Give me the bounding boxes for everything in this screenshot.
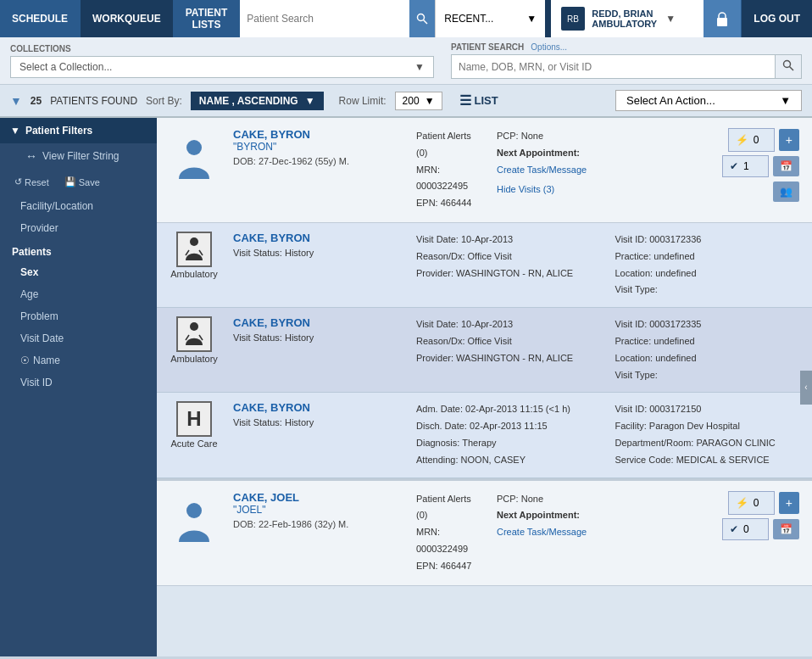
patient-search-button[interactable] xyxy=(409,0,435,37)
patient-mrn-cake-joel: MRN: 0000322499 xyxy=(416,524,483,558)
visit-facility: Facility: Paragon Dev Hospital xyxy=(615,418,801,435)
list-view-toggle[interactable]: ☰ LIST xyxy=(459,92,498,109)
patient-filters-header[interactable]: ▼ Patient Filters xyxy=(0,118,157,143)
reset-button[interactable]: ↺ Reset xyxy=(10,174,53,190)
name-expand-icon: ☉ xyxy=(20,355,30,366)
view-filter-string[interactable]: ↔ View Filter String xyxy=(0,143,157,169)
patient-search-box xyxy=(240,0,409,37)
save-button[interactable]: 💾 Save xyxy=(60,174,104,190)
check-counter-cake-byron: ✔ 1 xyxy=(722,155,769,177)
patient-avatar-cake-joel xyxy=(169,491,220,555)
patient-name-cake-joel[interactable]: CAKE, JOEL xyxy=(233,491,299,504)
patient-nick-cake-joel: "JOEL" xyxy=(233,504,266,516)
workqueue-nav-btn[interactable]: WORKQUEUE xyxy=(81,0,174,37)
sidebar-item-problem[interactable]: Problem xyxy=(0,305,157,327)
patient-alerts-cake-joel: Patient Alerts (0) xyxy=(416,491,483,525)
visit-reason-2: Reason/Dx: Office Visit xyxy=(416,333,602,350)
row-limit-dropdown[interactable]: 200 ▼ xyxy=(395,92,442,110)
sidebar-collapse-handle[interactable]: ‹ xyxy=(800,371,812,405)
svg-point-5 xyxy=(784,61,791,68)
visit-date-1: Visit Date: 10-Apr-2013 xyxy=(416,232,602,249)
name-dob-mrn-input[interactable] xyxy=(452,57,775,77)
user-name: REDD, BRIAN xyxy=(592,8,657,19)
calendar-button-cake-joel[interactable]: 📅 xyxy=(773,519,799,539)
patient-name-cake-byron[interactable]: CAKE, BYRON xyxy=(233,128,310,141)
visit-dept: Department/Room: PARAGON CLINIC xyxy=(615,435,801,452)
schedule-nav-btn[interactable]: SCHEDULE xyxy=(0,0,81,37)
visit-name-cake-byron-2[interactable]: CAKE, BYRON xyxy=(233,316,310,329)
visit-service: Service Code: MEDICAL & SERVICE xyxy=(615,452,801,469)
visit-status-2: Visit Status: History xyxy=(233,332,403,343)
recent-dropdown[interactable]: RECENT... ▼ xyxy=(435,0,545,37)
visit-avatar-ambulatory-2: Ambulatory xyxy=(169,316,220,364)
lock-button[interactable] xyxy=(704,0,741,37)
patient-search-field xyxy=(451,54,802,79)
sidebar-item-visit-date[interactable]: Visit Date xyxy=(0,327,157,349)
add-button-cake-joel[interactable]: + xyxy=(779,492,799,514)
sidebar-item-provider[interactable]: Provider xyxy=(0,217,157,239)
content-area: ‹ CAKE, BYRON "BYRON" DOB: 27-Dec-1962 (… xyxy=(157,118,812,656)
sort-dropdown[interactable]: NAME , ASCENDING ▼ xyxy=(191,92,324,110)
create-task-link-cake-byron[interactable]: Create Task/Message xyxy=(497,165,587,175)
svg-line-12 xyxy=(186,335,189,340)
visit-adm-date: Adm. Date: 02-Apr-2013 11:15 (<1 h) xyxy=(416,401,602,418)
sidebar-item-sex[interactable]: Sex xyxy=(0,261,157,283)
visit-date-2: Visit Date: 10-Apr-2013 xyxy=(416,316,602,333)
visit-status-1: Visit Status: History xyxy=(233,248,403,258)
visit-name-cake-byron-1[interactable]: CAKE, BYRON xyxy=(233,232,310,244)
logout-button[interactable]: LOG OUT xyxy=(741,0,812,37)
visit-row-cake-byron-1: Ambulatory CAKE, BYRON Visit Status: His… xyxy=(157,223,812,308)
sidebar-item-age[interactable]: Age xyxy=(0,283,157,305)
svg-line-6 xyxy=(790,67,794,71)
sidebar-item-facility[interactable]: Facility/Location xyxy=(0,195,157,217)
create-task-link-cake-joel[interactable]: Create Task/Message xyxy=(497,527,587,537)
hide-visits-link-cake-byron[interactable]: Hide Visits (3) xyxy=(497,184,554,194)
visit-name-cake-byron-3[interactable]: CAKE, BYRON xyxy=(233,401,310,414)
options-link[interactable]: Options... xyxy=(531,42,567,52)
patient-count: 25 xyxy=(31,95,42,107)
svg-rect-4 xyxy=(717,18,727,26)
check-icon: ✔ xyxy=(730,160,738,172)
visit-id-2: Visit ID: 0003172335 xyxy=(615,316,801,333)
visit-attending: Attending: NOON, CASEY xyxy=(416,452,602,469)
user-area: RB REDD, BRIAN AMBULATORY ▼ LOG OUT xyxy=(551,0,812,37)
patient-search-input[interactable] xyxy=(247,13,403,25)
user-dept: AMBULATORY xyxy=(592,19,657,29)
patient-avatar-cake-byron xyxy=(169,128,220,192)
filter-expand-icon: ▼ xyxy=(10,125,20,137)
visit-status-3: Visit Status: History xyxy=(233,417,403,427)
patient-dob-cake-joel: DOB: 22-Feb-1986 (32y) M. xyxy=(233,519,403,529)
patient-lists-nav-btn[interactable]: PATIENTLISTS xyxy=(174,0,241,37)
sidebar-item-visit-id[interactable]: Visit ID xyxy=(0,371,157,394)
patient-mrn-cake-byron: MRN: 0000322495 xyxy=(416,162,483,196)
visit-row-cake-byron-2: Ambulatory CAKE, BYRON Visit Status: His… xyxy=(157,308,812,393)
save-icon: 💾 xyxy=(64,176,76,187)
filter-icon: ▼ xyxy=(10,94,22,108)
patients-found-label: PATIENTS FOUND xyxy=(50,95,137,107)
visit-type-2: Visit Type: xyxy=(615,367,801,384)
row-limit-arrow: ▼ xyxy=(425,95,435,107)
sidebar-actions: ↺ Reset 💾 Save xyxy=(0,169,157,195)
collections-label: COLLECTIONS xyxy=(10,44,434,53)
add-button-cake-byron[interactable]: + xyxy=(779,129,799,151)
svg-line-1 xyxy=(424,20,428,25)
user-info-panel[interactable]: RB REDD, BRIAN AMBULATORY ▼ xyxy=(551,0,704,37)
lightning-icon: ⚡ xyxy=(736,134,748,146)
sidebar-item-name[interactable]: ☉ Name xyxy=(0,349,157,371)
action-dropdown[interactable]: Select An Action... ▼ xyxy=(615,90,802,111)
pcp-cake-byron: PCP: None xyxy=(497,128,709,145)
group-button-cake-byron[interactable]: 👥 xyxy=(773,182,799,202)
pcp-cake-joel: PCP: None xyxy=(497,491,709,508)
results-bar: ▼ 25 PATIENTS FOUND Sort By: NAME , ASCE… xyxy=(0,85,812,118)
sidebar: ▼ Patient Filters ↔ View Filter String ↺… xyxy=(0,118,157,656)
reset-icon: ↺ xyxy=(14,176,22,187)
patient-dob-cake-byron: DOB: 27-Dec-1962 (55y) M. xyxy=(233,156,403,166)
calendar-button-cake-byron[interactable]: 📅 xyxy=(773,156,799,176)
avatar: RB xyxy=(561,7,585,31)
collection-select-dropdown[interactable]: Select a Collection... ▼ xyxy=(10,56,434,78)
patient-search-go-button[interactable] xyxy=(775,55,801,78)
list-icon: ☰ xyxy=(459,92,471,109)
patient-alerts-cake-byron: Patient Alerts (0) xyxy=(416,128,483,162)
svg-point-14 xyxy=(186,503,202,518)
visit-location-2: Location: undefined xyxy=(615,350,801,367)
